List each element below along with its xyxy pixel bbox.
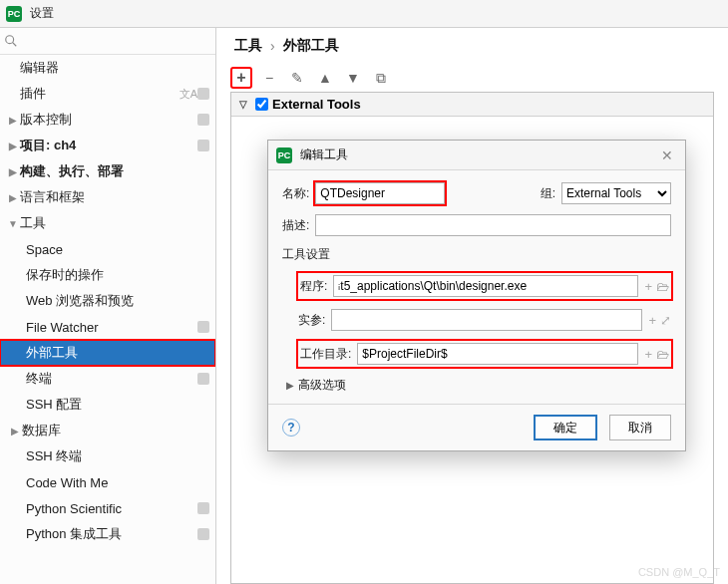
- modified-icon: [197, 502, 209, 514]
- settings-sidebar: 编辑器 插件文A ▶版本控制 ▶项目: ch4 ▶构建、执行、部署 ▶语言和框架…: [0, 28, 216, 584]
- modified-icon: [197, 373, 209, 385]
- group-checkbox[interactable]: [255, 98, 268, 111]
- breadcrumb-part: 工具: [234, 37, 262, 55]
- tree-sub-ssh-config[interactable]: SSH 配置: [0, 392, 215, 418]
- insert-macro-icon[interactable]: +: [644, 279, 652, 294]
- name-label: 名称:: [282, 185, 309, 202]
- tree-sub-web-browsers[interactable]: Web 浏览器和预览: [0, 288, 215, 314]
- remove-button[interactable]: −: [258, 67, 280, 89]
- tree-item-project[interactable]: ▶项目: ch4: [0, 133, 215, 158]
- tree-sub-code-with-me[interactable]: Code With Me: [0, 469, 215, 495]
- list-toolbar: + − ✎ ▲ ▼ ⧉: [216, 64, 728, 92]
- tree-item-vcs[interactable]: ▶版本控制: [0, 107, 215, 133]
- breadcrumb: 工具 › 外部工具: [216, 28, 728, 64]
- group-label: 组:: [541, 185, 555, 202]
- arguments-input[interactable]: [331, 309, 642, 331]
- working-dir-row: 工作目录: +🗁: [298, 341, 671, 367]
- app-icon: PC: [276, 147, 292, 163]
- tree-sub-save-actions[interactable]: 保存时的操作: [0, 262, 215, 288]
- chevron-right-icon: ▶: [6, 166, 20, 177]
- dialog-title: 编辑工具: [300, 146, 657, 163]
- description-row: 描述:: [282, 214, 671, 236]
- edit-button[interactable]: ✎: [286, 67, 308, 89]
- expand-icon[interactable]: ⤢: [660, 313, 671, 328]
- chevron-right-icon: ▶: [6, 141, 20, 151]
- add-button[interactable]: +: [230, 67, 252, 89]
- help-button[interactable]: ?: [282, 419, 300, 437]
- group-label: External Tools: [272, 97, 361, 112]
- app-icon: PC: [6, 6, 22, 22]
- edit-tool-dialog: PC 编辑工具 ✕ 名称: 组: External Tools 描述: 工具设置…: [267, 140, 686, 451]
- svg-point-0: [6, 36, 14, 44]
- browse-icon[interactable]: 🗁: [656, 279, 669, 294]
- name-input[interactable]: [315, 182, 445, 204]
- tree-sub-space[interactable]: Space: [0, 236, 215, 262]
- tree-sub-terminal[interactable]: 终端: [0, 366, 215, 392]
- ok-button[interactable]: 确定: [534, 415, 597, 440]
- move-up-button[interactable]: ▲: [314, 67, 336, 89]
- tree-item-tools[interactable]: ▼工具: [0, 210, 215, 236]
- tree-sub-file-watcher[interactable]: File Watcher: [0, 314, 215, 340]
- chevron-down-icon: ▼: [6, 218, 20, 229]
- browse-icon[interactable]: 🗁: [656, 347, 669, 362]
- copy-button[interactable]: ⧉: [370, 67, 392, 89]
- window-title: 设置: [30, 5, 54, 22]
- tree-sub-python-integrated[interactable]: Python 集成工具: [0, 521, 215, 547]
- close-icon[interactable]: ✕: [657, 147, 677, 163]
- group-select[interactable]: External Tools: [561, 182, 671, 204]
- working-dir-label: 工作目录:: [300, 346, 351, 363]
- chevron-right-icon: ▶: [6, 192, 20, 203]
- insert-macro-icon[interactable]: +: [644, 347, 652, 362]
- search-input[interactable]: [18, 32, 211, 50]
- move-down-button[interactable]: ▼: [342, 67, 364, 89]
- breadcrumb-sep: ›: [270, 38, 275, 54]
- breadcrumb-part: 外部工具: [283, 37, 339, 55]
- program-label: 程序:: [300, 278, 327, 295]
- chevron-right-icon: ▶: [6, 115, 20, 126]
- tree-sub-ssh-terminal[interactable]: SSH 终端: [0, 443, 215, 469]
- program-row: 程序: +🗁: [298, 273, 671, 299]
- description-input[interactable]: [315, 214, 671, 236]
- tree-item-plugins[interactable]: 插件文A: [0, 81, 215, 107]
- settings-tree: 编辑器 插件文A ▶版本控制 ▶项目: ch4 ▶构建、执行、部署 ▶语言和框架…: [0, 55, 215, 584]
- modified-icon: [197, 114, 209, 126]
- insert-macro-icon[interactable]: +: [648, 313, 656, 328]
- svg-line-1: [13, 43, 17, 47]
- tree-item-editor[interactable]: 编辑器: [0, 55, 215, 81]
- arguments-row: 实参: +⤢: [298, 309, 671, 331]
- chevron-right-icon: ▶: [286, 380, 294, 391]
- dialog-titlebar: PC 编辑工具 ✕: [268, 141, 685, 170]
- chevron-right-icon: ▶: [8, 426, 22, 437]
- watermark: CSDN @M_Q_T: [638, 566, 720, 578]
- search-box[interactable]: [0, 28, 215, 55]
- modified-icon: [197, 528, 209, 540]
- modified-icon: [197, 88, 209, 100]
- working-dir-input[interactable]: [357, 343, 638, 365]
- tree-item-build[interactable]: ▶构建、执行、部署: [0, 158, 215, 184]
- cancel-button[interactable]: 取消: [609, 415, 671, 440]
- modified-icon: [197, 140, 209, 151]
- program-input[interactable]: [333, 275, 638, 297]
- tree-sub-database[interactable]: ▶数据库: [0, 418, 215, 443]
- advanced-options-toggle[interactable]: ▶ 高级选项: [282, 377, 671, 394]
- tools-group-row[interactable]: ▽ External Tools: [231, 93, 713, 117]
- description-label: 描述:: [282, 217, 309, 234]
- search-icon: [4, 34, 18, 48]
- window-titlebar: PC 设置: [0, 0, 728, 28]
- modified-icon: [197, 321, 209, 333]
- tool-settings-label: 工具设置: [282, 246, 671, 263]
- tree-item-languages[interactable]: ▶语言和框架: [0, 184, 215, 210]
- chevron-down-icon: ▽: [239, 99, 247, 110]
- arguments-label: 实参:: [298, 312, 325, 329]
- tree-sub-external-tools[interactable]: 外部工具: [0, 340, 215, 366]
- tree-sub-python-scientific[interactable]: Python Scientific: [0, 495, 215, 521]
- name-row: 名称: 组: External Tools: [282, 182, 671, 204]
